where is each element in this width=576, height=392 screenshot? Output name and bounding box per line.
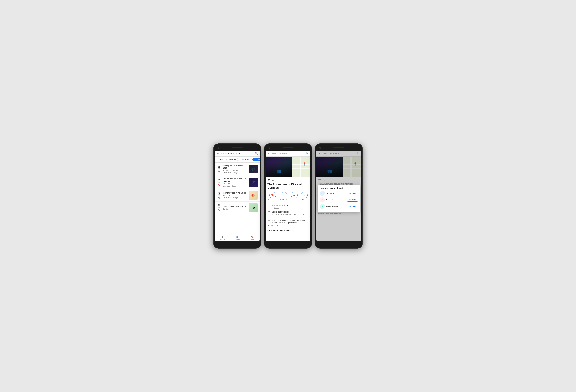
detail-row-datetime-2: 🕐 Sat, Jul 21, 7 PM EDT in 2 days — [267, 204, 309, 209]
action-directions[interactable]: ◈ Directions — [291, 192, 298, 201]
location-icon-2: 📍 — [267, 211, 270, 214]
event-save-3[interactable]: 🔖 — [218, 197, 220, 199]
phone-2-screen: ← Search for events 🔍 👥 📍 21 — [265, 151, 311, 241]
event-item-4[interactable]: 22 JUL 🔖 Sunday Feasts with Friends Sund… — [215, 202, 260, 214]
event-month-1: JUL — [218, 168, 221, 170]
event-img-2: 🎤 — [249, 178, 258, 187]
home-indicator-3 — [333, 244, 345, 244]
datetime-main-2: Sat, Jul 21, 7 PM EDT — [272, 204, 290, 207]
phone-1-screen: ← concerts in chicago 🔍 Today Tomorrow T… — [215, 151, 260, 241]
event-save-4[interactable]: 🔖 — [218, 209, 220, 211]
action-share[interactable]: ⎋ Share — [301, 192, 308, 201]
map-pin-2: 📍 — [302, 162, 307, 166]
phone-2-speaker — [283, 147, 293, 148]
datetime-sub-2: in 2 days — [272, 207, 290, 209]
nav-saved[interactable]: 🔖 Saved — [245, 234, 260, 241]
dealhub-button[interactable]: TICKETS — [347, 198, 358, 202]
phone-2-top-bar — [265, 146, 311, 150]
event-item-3[interactable]: 22 JUL 🔖 Painting Class in the Studio Su… — [215, 189, 260, 202]
groupsintown-name: Groupsintown — [326, 205, 346, 208]
phone-3: ← Search for events 🔍 👥 📍 21 JUL — [315, 143, 363, 249]
detail-header-img-2: 👥 📍 — [265, 157, 311, 177]
for-you-icon: ✚ — [221, 235, 223, 238]
search-query-2: Search for events — [271, 152, 304, 155]
event-info-4: Sunday Feasts with Friends Sunday — [223, 205, 247, 210]
detail-description-2: The Adventures of Kira and Morrison is c… — [265, 219, 311, 228]
browse-icon: ▦ — [236, 235, 238, 238]
event-location-3: Union Park · Chicago, IL — [223, 197, 247, 199]
action-saved-label: Saved event — [268, 199, 277, 201]
nav-browse[interactable]: ▦ Browse — [230, 234, 245, 241]
action-saved-event[interactable]: 🔖 Saved event — [268, 192, 277, 201]
event-img-1: 🎵 — [249, 165, 258, 173]
detail-month-2: JUL — [271, 180, 274, 182]
detail-link-2[interactable]: Ticketsite.com — [267, 224, 278, 226]
detail-day-2: 21 — [267, 179, 271, 182]
chip-this-week[interactable]: This Week — [239, 158, 251, 161]
events-list-1: 20 JUL 🔖 Pitchspoon Music Festival 2018 … — [215, 163, 260, 234]
event-save-1[interactable]: 🔖 — [218, 170, 220, 173]
event-title-2: The Adventures of Kira and Morrison — [223, 178, 247, 183]
groupsintown-logo: ♪ — [320, 204, 325, 209]
event-location-1: Union Park · Chicago, IL — [223, 172, 247, 174]
chip-today[interactable]: Today — [217, 158, 225, 161]
search-bar-2: ← Search for events 🔍 — [265, 151, 311, 157]
event-month-4: JUL — [218, 207, 221, 208]
ticket-row-2: ★ DealHub TICKETS — [320, 197, 358, 202]
event-save-2[interactable]: 🔖 — [218, 184, 220, 186]
action-get-tickets[interactable]: ✦ Get tickets — [280, 192, 288, 201]
event-details-section-2: 🕐 Sat, Jul 21, 7 PM EDT in 2 days 📍 Snic… — [265, 203, 311, 219]
detail-date-2: 21 JUL — [267, 179, 309, 182]
groupsintown-button[interactable]: TICKETS — [347, 205, 358, 208]
ticketsite-button[interactable]: TICKETS — [347, 192, 358, 195]
ticketsite-name: Ticketsite.com — [326, 192, 346, 194]
phone-3-speaker — [333, 147, 344, 148]
search-icon-2[interactable]: 🔍 — [306, 152, 309, 155]
nav-saved-label: Saved — [250, 239, 254, 240]
action-share-label: Share — [302, 199, 306, 201]
event-item-1[interactable]: 20 JUL 🔖 Pitchspoon Music Festival 2018 … — [215, 163, 260, 176]
dealhub-logo: ★ — [320, 197, 325, 202]
saved-event-icon: 🔖 — [269, 192, 276, 198]
detail-datetime-text-2: Sat, Jul 21, 7 PM EDT in 2 days — [272, 204, 290, 209]
event-item-2[interactable]: 21 JUL 🔖 The Adventures of Kira and Morr… — [215, 176, 260, 189]
nav-browse-label: Browse — [235, 239, 239, 240]
home-indicator-2 — [282, 244, 294, 244]
event-title-1: Pitchspoon Music Festival 2018 — [223, 164, 247, 169]
phone-2: ← Search for events 🔍 👥 📍 21 — [264, 143, 312, 249]
nav-for-you[interactable]: ✚ For You — [215, 234, 230, 241]
phone-3-bottom — [316, 242, 361, 245]
clock-icon-2: 🕐 — [267, 205, 270, 208]
back-arrow-1[interactable]: ← — [217, 152, 219, 155]
modal-title-3: Information and Tickets — [320, 187, 358, 189]
action-buttons-2: 🔖 Saved event ✦ Get tickets ◈ Directions… — [265, 190, 311, 203]
section-title-2: Information and Tickets — [265, 228, 311, 232]
chip-this-weekend[interactable]: This Weekend — [252, 158, 260, 161]
ticket-row-1: 🏷 Ticketsite.com TICKETS — [320, 191, 358, 196]
dealhub-name: DealHub — [326, 199, 346, 201]
phone-3-top-bar — [316, 146, 361, 150]
phone-1-top-bar — [215, 146, 260, 150]
nav-for-you-label: For You — [220, 239, 225, 240]
get-tickets-icon: ✦ — [281, 192, 287, 198]
ticketsite-logo: 🏷 — [320, 191, 325, 196]
phone-2-bottom — [265, 242, 311, 245]
concert-photo-2: 👥 — [265, 157, 292, 177]
back-arrow-2[interactable]: ← — [267, 152, 270, 155]
event-date-1: 20 JUL 🔖 — [217, 166, 222, 173]
event-month-2: JUL — [218, 182, 221, 183]
action-directions-label: Directions — [291, 199, 298, 201]
phone-1-bottom — [215, 242, 260, 245]
event-date-2: 21 JUL 🔖 — [217, 179, 222, 186]
directions-icon: ◈ — [291, 192, 298, 198]
search-query-1: concerts in chicago — [221, 152, 253, 155]
detail-venue-text-2: Snickerpark Stadium 100 West Snickerpark… — [272, 211, 304, 215]
event-day-1: 20 — [218, 166, 221, 168]
action-tickets-label: Get tickets — [280, 199, 288, 201]
event-info-2: The Adventures of Kira and Morrison Sat,… — [223, 178, 247, 187]
phone-1-speaker — [232, 147, 243, 148]
chip-tomorrow[interactable]: Tomorrow — [226, 158, 238, 161]
event-subtitle-2: Sat, 7 PM — [223, 183, 247, 185]
tickets-modal-3: Information and Tickets 🏷 Ticketsite.com… — [317, 185, 360, 212]
search-icon-1[interactable]: 🔍 — [255, 152, 258, 155]
